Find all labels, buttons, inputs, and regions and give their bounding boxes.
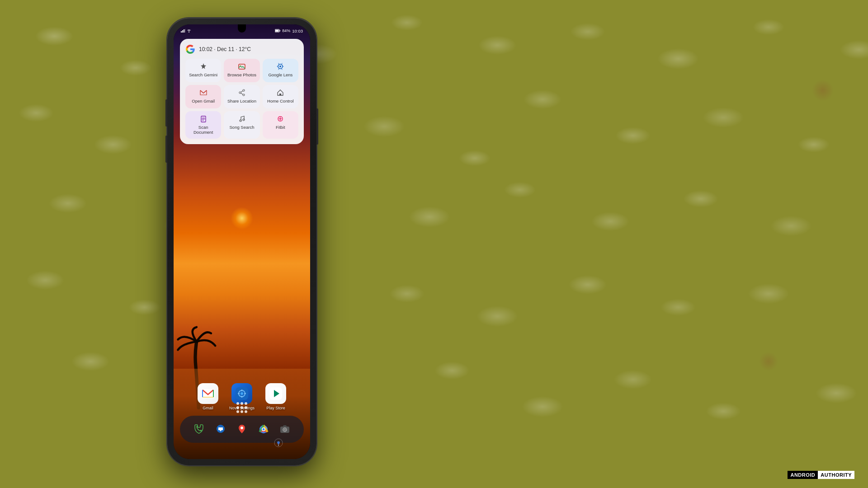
home-icon <box>276 89 284 97</box>
photos-icon <box>238 62 246 70</box>
svg-point-14 <box>243 94 245 96</box>
play-label: Play Store <box>266 406 285 410</box>
drawer-dots-icon <box>236 402 247 413</box>
lens-icon <box>276 62 284 70</box>
svg-rect-5 <box>275 30 279 32</box>
share-location-button[interactable]: Share Location <box>224 85 259 108</box>
status-left-icons <box>181 29 191 33</box>
phone-shell: 84% 10:03 <box>167 18 316 465</box>
widget-header: 10:02 · Dec 11 · 12°C <box>185 44 298 54</box>
google-g-icon <box>185 44 195 54</box>
svg-point-41 <box>262 428 264 431</box>
widget-datetime: 10:02 · Dec 11 · 12°C <box>199 46 251 52</box>
widget-grid: Search Gemini Browse Phot <box>185 59 298 139</box>
google-lens-label: Google Lens <box>268 72 292 77</box>
nova-app-icon[interactable] <box>231 383 252 404</box>
browse-photos-label: Browse Photos <box>227 72 256 77</box>
app-drawer-button[interactable] <box>236 402 247 413</box>
svg-rect-1 <box>182 30 183 33</box>
fitbit-button[interactable]: Fitbit <box>263 111 298 139</box>
watermark-android: ANDROID <box>788 471 818 479</box>
chrome-dock-icon[interactable] <box>254 419 274 439</box>
scan-document-button[interactable]: Scan Document <box>185 111 221 139</box>
home-control-label: Home Control <box>267 99 294 103</box>
bottom-dock <box>180 416 304 443</box>
watermark: ANDROID AUTHORITY <box>788 471 854 479</box>
search-gemini-label: Search Gemini <box>189 72 217 77</box>
maps-dock-icon[interactable] <box>232 419 252 439</box>
play-app-wrapper[interactable]: Play Store <box>265 383 286 410</box>
phone-dock-icon[interactable] <box>189 419 209 439</box>
sun-glow <box>231 207 253 230</box>
phone-screen: 84% 10:03 <box>174 24 310 459</box>
battery-icon <box>275 29 280 33</box>
assistant-button[interactable] <box>274 438 283 449</box>
svg-rect-0 <box>181 31 182 33</box>
browse-photos-button[interactable]: Browse Photos <box>224 59 259 82</box>
google-widget[interactable]: 10:02 · Dec 11 · 12°C Search Gemini <box>180 39 304 144</box>
svg-point-11 <box>279 66 281 67</box>
svg-point-12 <box>239 92 241 94</box>
scan-document-label: Scan Document <box>188 125 218 135</box>
status-time: 10:03 <box>292 28 303 33</box>
svg-rect-2 <box>184 29 184 33</box>
open-gmail-label: Open Gmail <box>192 99 215 103</box>
status-right: 84% 10:03 <box>275 28 303 33</box>
google-widget-area: 10:02 · Dec 11 · 12°C Search Gemini <box>180 39 304 144</box>
location-share-icon <box>238 89 246 97</box>
svg-point-44 <box>284 429 286 431</box>
water-reflection <box>174 369 310 459</box>
svg-point-30 <box>241 392 243 395</box>
search-gemini-button[interactable]: Search Gemini <box>185 59 221 82</box>
play-app-icon[interactable] <box>265 383 286 404</box>
svg-rect-6 <box>280 30 281 32</box>
battery-percent: 84% <box>282 28 290 33</box>
svg-line-16 <box>241 93 243 94</box>
song-search-label: Song Search <box>230 125 255 130</box>
watermark-authority: AUTHORITY <box>818 471 854 479</box>
svg-point-23 <box>240 120 241 122</box>
gmail-app-icon[interactable] <box>198 383 218 404</box>
share-location-label: Share Location <box>227 99 256 103</box>
notch <box>238 24 246 33</box>
google-lens-button[interactable]: Google Lens <box>263 59 298 82</box>
messages-dock-icon[interactable] <box>211 419 231 439</box>
open-gmail-button[interactable]: Open Gmail <box>185 85 221 108</box>
gmail-label: Gmail <box>203 406 213 410</box>
svg-marker-7 <box>201 63 206 69</box>
gmail-app-wrapper[interactable]: Gmail <box>198 383 218 410</box>
phone-device: 84% 10:03 <box>167 18 316 465</box>
gmail-icon <box>199 89 208 97</box>
svg-point-13 <box>243 89 245 91</box>
fabric-background <box>0 0 868 488</box>
svg-rect-3 <box>185 29 185 33</box>
wifi-icon <box>187 29 191 33</box>
star-icon <box>199 62 208 70</box>
svg-rect-17 <box>279 94 281 95</box>
svg-line-15 <box>241 91 243 92</box>
signal-icon <box>181 29 185 33</box>
svg-point-24 <box>243 119 245 121</box>
music-icon <box>238 115 246 123</box>
fitbit-label: Fitbit <box>276 125 285 130</box>
fitbit-icon <box>276 115 284 123</box>
home-control-button[interactable]: Home Control <box>263 85 298 108</box>
song-search-button[interactable]: Song Search <box>224 111 259 139</box>
svg-rect-22 <box>201 119 206 120</box>
svg-point-37 <box>241 427 243 429</box>
scan-icon <box>199 115 208 123</box>
camera-dock-icon[interactable] <box>275 419 295 439</box>
